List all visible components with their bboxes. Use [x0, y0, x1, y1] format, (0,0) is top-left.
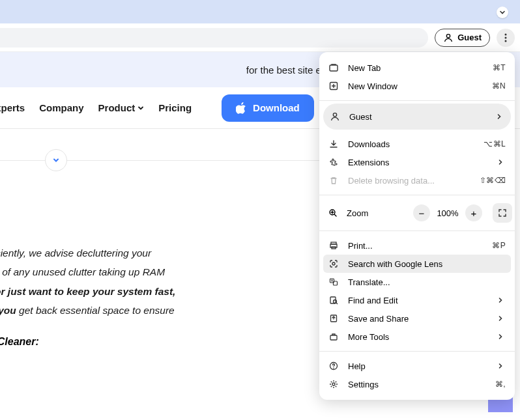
lens-icon — [328, 259, 339, 269]
svg-rect-4 — [330, 65, 338, 71]
menu-new-tab[interactable]: New Tab ⌘T — [319, 59, 515, 77]
svg-point-6 — [333, 113, 336, 117]
menu-shortcut: ⌘T — [493, 63, 506, 72]
menu-google-lens[interactable]: Search with Google Lens — [323, 255, 511, 273]
apple-icon — [236, 102, 246, 114]
nav-company[interactable]: Company — [39, 102, 83, 113]
chevron-right-icon — [495, 361, 506, 371]
nav-product-label: Product — [98, 102, 136, 113]
find-icon — [328, 295, 339, 305]
article-line-bold: can help you — [0, 305, 16, 316]
menu-label: More Tools — [348, 332, 486, 342]
menu-shortcut: ⇧⌘⌫ — [480, 176, 506, 185]
menu-label: Downloads — [348, 139, 474, 149]
trash-icon — [328, 175, 339, 186]
zoom-out-button[interactable]: − — [413, 204, 430, 221]
nav-product[interactable]: Product — [98, 102, 145, 113]
menu-shortcut: ⌥⌘L — [484, 139, 506, 148]
menu-translate[interactable]: Translate... — [319, 273, 515, 291]
share-icon — [328, 313, 339, 324]
menu-label: Find and Edit — [348, 296, 486, 305]
menu-guest[interactable]: Guest — [323, 104, 511, 130]
menu-shortcut: ⌘P — [492, 241, 506, 250]
menu-divider — [319, 231, 515, 231]
menu-new-window[interactable]: New Window ⌘N — [319, 77, 515, 95]
print-icon — [328, 240, 339, 251]
zoom-value: 100% — [437, 208, 459, 218]
download-button[interactable]: Download — [222, 94, 314, 122]
browser-menu-button[interactable] — [497, 29, 515, 47]
menu-help[interactable]: Help — [319, 357, 515, 375]
browser-toolbar: Guest — [0, 23, 520, 52]
menu-label: Print... — [348, 241, 483, 251]
zoom-icon — [328, 208, 338, 217]
menu-label: Delete browsing data... — [348, 176, 470, 186]
article-body: nning efficiently, we advise declutterin… — [0, 244, 261, 320]
new-window-icon — [328, 81, 339, 91]
fullscreen-icon — [498, 208, 507, 217]
menu-delete-browsing-data: Delete browsing data... ⇧⌘⌫ — [319, 171, 515, 189]
menu-label: New Window — [348, 81, 483, 91]
menu-save-share[interactable]: Save and Share — [319, 309, 515, 328]
menu-shortcut: ⌘, — [495, 380, 506, 389]
menu-downloads[interactable]: Downloads ⌥⌘L — [319, 135, 515, 153]
chevron-down-icon — [499, 9, 506, 16]
browser-tab-strip — [0, 0, 520, 23]
svg-point-3 — [505, 40, 507, 42]
article-line: get back essential space to ensure — [16, 305, 175, 316]
chevron-right-icon — [495, 157, 506, 167]
menu-label: Extensions — [348, 158, 486, 167]
menu-label: Help — [348, 361, 486, 371]
new-tab-icon — [328, 63, 339, 73]
nav-pricing[interactable]: Pricing — [158, 102, 192, 113]
nav-experts[interactable]: ur Experts — [0, 102, 25, 113]
profile-button[interactable]: Guest — [435, 29, 490, 47]
menu-label: Translate... — [348, 277, 506, 287]
user-icon — [443, 33, 454, 43]
menu-print[interactable]: Print... ⌘P — [319, 236, 515, 255]
menu-divider — [319, 351, 515, 352]
download-icon — [328, 139, 339, 149]
user-icon — [330, 111, 340, 122]
svg-point-0 — [446, 34, 450, 37]
article-line: nning efficiently, we advise declutterin… — [0, 247, 151, 259]
chevron-right-icon — [495, 295, 506, 305]
article-line-bold: ve apps or just want to keep your system… — [0, 286, 175, 297]
tab-dropdown-button[interactable] — [497, 7, 508, 18]
address-bar[interactable] — [0, 28, 428, 48]
svg-point-1 — [505, 33, 507, 35]
chevron-right-icon — [495, 313, 506, 324]
svg-rect-17 — [330, 335, 337, 340]
help-icon — [328, 361, 339, 371]
menu-label: Settings — [348, 380, 486, 389]
menu-label: Guest — [349, 112, 485, 122]
profile-label: Guest — [457, 33, 482, 42]
menu-extensions[interactable]: Extensions — [319, 153, 515, 171]
article-line: our laptop of any unused clutter taking … — [0, 266, 165, 277]
translate-icon — [328, 277, 339, 287]
menu-more-tools[interactable]: More Tools — [319, 328, 515, 346]
extensions-icon — [328, 157, 339, 167]
tools-icon — [328, 331, 339, 342]
zoom-in-button[interactable]: + — [465, 204, 482, 221]
kebab-icon — [504, 33, 507, 42]
svg-point-19 — [332, 383, 335, 385]
svg-point-15 — [334, 300, 337, 303]
expand-button[interactable] — [45, 149, 67, 171]
chevron-down-icon — [52, 156, 60, 164]
menu-shortcut: ⌘N — [492, 81, 506, 91]
menu-label: New Tab — [348, 63, 484, 73]
menu-label: Save and Share — [348, 314, 486, 324]
gear-icon — [328, 379, 339, 389]
chevron-down-icon — [137, 105, 144, 111]
menu-label: Zoom — [347, 208, 404, 218]
menu-divider — [319, 195, 515, 195]
menu-find-edit[interactable]: Find and Edit — [319, 291, 515, 309]
svg-point-11 — [332, 262, 335, 265]
chevron-right-icon — [495, 331, 506, 342]
svg-point-2 — [505, 36, 507, 38]
menu-label: Search with Google Lens — [348, 259, 506, 269]
menu-divider — [319, 100, 515, 101]
fullscreen-button[interactable] — [493, 203, 512, 223]
menu-settings[interactable]: Settings ⌘, — [319, 375, 515, 393]
